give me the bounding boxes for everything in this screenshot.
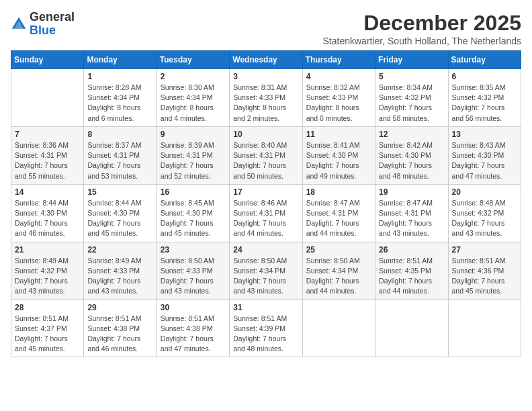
month-title: December 2025 xyxy=(323,11,521,36)
calendar-cell: 3Sunrise: 8:31 AMSunset: 4:33 PMDaylight… xyxy=(230,69,302,127)
logo-blue: Blue xyxy=(30,24,56,37)
calendar-cell: 31Sunrise: 8:51 AMSunset: 4:39 PMDayligh… xyxy=(230,300,302,357)
day-info: Sunrise: 8:47 AMSunset: 4:31 PMDaylight:… xyxy=(379,198,444,239)
calendar-cell: 10Sunrise: 8:40 AMSunset: 4:31 PMDayligh… xyxy=(230,126,302,184)
calendar-cell: 12Sunrise: 8:42 AMSunset: 4:30 PMDayligh… xyxy=(375,126,448,184)
calendar-header-row: SundayMondayTuesdayWednesdayThursdayFrid… xyxy=(11,51,521,69)
day-info: Sunrise: 8:37 AMSunset: 4:31 PMDaylight:… xyxy=(87,140,152,181)
calendar-cell: 13Sunrise: 8:43 AMSunset: 4:30 PMDayligh… xyxy=(448,126,521,184)
day-header-friday: Friday xyxy=(375,51,448,69)
day-number: 28 xyxy=(15,303,80,312)
calendar-cell: 7Sunrise: 8:36 AMSunset: 4:31 PMDaylight… xyxy=(11,126,84,184)
day-number: 12 xyxy=(379,130,444,139)
day-number: 25 xyxy=(306,245,371,255)
day-info: Sunrise: 8:50 AMSunset: 4:34 PMDaylight:… xyxy=(233,256,298,297)
calendar-cell: 28Sunrise: 8:51 AMSunset: 4:37 PMDayligh… xyxy=(11,300,84,357)
day-info: Sunrise: 8:44 AMSunset: 4:30 PMDaylight:… xyxy=(15,198,80,239)
day-info: Sunrise: 8:48 AMSunset: 4:32 PMDaylight:… xyxy=(452,198,517,239)
day-info: Sunrise: 8:41 AMSunset: 4:30 PMDaylight:… xyxy=(306,140,371,181)
day-info: Sunrise: 8:51 AMSunset: 4:39 PMDaylight:… xyxy=(233,314,298,355)
calendar-cell: 9Sunrise: 8:39 AMSunset: 4:31 PMDaylight… xyxy=(157,126,229,184)
day-info: Sunrise: 8:50 AMSunset: 4:33 PMDaylight:… xyxy=(161,256,226,297)
day-number: 2 xyxy=(161,72,226,81)
day-number: 30 xyxy=(161,303,226,312)
day-number: 15 xyxy=(87,187,152,197)
calendar-cell xyxy=(375,300,448,357)
day-info: Sunrise: 8:45 AMSunset: 4:30 PMDaylight:… xyxy=(161,198,226,239)
calendar-cell: 14Sunrise: 8:44 AMSunset: 4:30 PMDayligh… xyxy=(11,184,84,242)
day-info: Sunrise: 8:51 AMSunset: 4:35 PMDaylight:… xyxy=(379,256,444,297)
calendar-cell: 1Sunrise: 8:28 AMSunset: 4:34 PMDaylight… xyxy=(84,69,157,127)
day-info: Sunrise: 8:43 AMSunset: 4:30 PMDaylight:… xyxy=(452,140,517,181)
day-number: 20 xyxy=(452,187,517,197)
day-info: Sunrise: 8:40 AMSunset: 4:31 PMDaylight:… xyxy=(233,140,298,181)
day-number: 22 xyxy=(87,245,152,255)
day-number: 29 xyxy=(87,303,152,312)
calendar-cell: 11Sunrise: 8:41 AMSunset: 4:30 PMDayligh… xyxy=(302,126,375,184)
calendar-week-row: 14Sunrise: 8:44 AMSunset: 4:30 PMDayligh… xyxy=(11,184,521,242)
day-number: 7 xyxy=(15,130,80,139)
calendar-cell: 19Sunrise: 8:47 AMSunset: 4:31 PMDayligh… xyxy=(375,184,448,242)
day-number: 23 xyxy=(161,245,226,255)
calendar-cell: 15Sunrise: 8:44 AMSunset: 4:30 PMDayligh… xyxy=(84,184,157,242)
day-header-tuesday: Tuesday xyxy=(157,51,229,69)
calendar-cell: 16Sunrise: 8:45 AMSunset: 4:30 PMDayligh… xyxy=(157,184,229,242)
calendar-cell: 18Sunrise: 8:47 AMSunset: 4:31 PMDayligh… xyxy=(302,184,375,242)
calendar-cell: 27Sunrise: 8:51 AMSunset: 4:36 PMDayligh… xyxy=(448,242,521,300)
day-info: Sunrise: 8:47 AMSunset: 4:31 PMDaylight:… xyxy=(306,198,371,239)
calendar-table: SundayMondayTuesdayWednesdayThursdayFrid… xyxy=(11,50,521,357)
day-number: 4 xyxy=(306,72,371,81)
day-number: 13 xyxy=(452,130,517,139)
day-info: Sunrise: 8:44 AMSunset: 4:30 PMDaylight:… xyxy=(87,198,152,239)
calendar-cell: 5Sunrise: 8:34 AMSunset: 4:32 PMDaylight… xyxy=(375,69,448,127)
calendar-cell xyxy=(448,300,521,357)
day-info: Sunrise: 8:51 AMSunset: 4:36 PMDaylight:… xyxy=(452,256,517,297)
day-info: Sunrise: 8:35 AMSunset: 4:32 PMDaylight:… xyxy=(452,83,517,124)
day-info: Sunrise: 8:49 AMSunset: 4:33 PMDaylight:… xyxy=(87,256,152,297)
day-header-wednesday: Wednesday xyxy=(230,51,302,69)
day-info: Sunrise: 8:46 AMSunset: 4:31 PMDaylight:… xyxy=(233,198,298,239)
day-number: 10 xyxy=(233,130,298,139)
day-number: 19 xyxy=(379,187,444,197)
calendar-cell: 23Sunrise: 8:50 AMSunset: 4:33 PMDayligh… xyxy=(157,242,229,300)
logo-text: General Blue xyxy=(30,11,75,38)
calendar-week-row: 21Sunrise: 8:49 AMSunset: 4:32 PMDayligh… xyxy=(11,242,521,300)
calendar-week-row: 1Sunrise: 8:28 AMSunset: 4:34 PMDaylight… xyxy=(11,69,521,127)
day-number: 16 xyxy=(161,187,226,197)
day-header-saturday: Saturday xyxy=(448,51,521,69)
calendar-cell: 2Sunrise: 8:30 AMSunset: 4:34 PMDaylight… xyxy=(157,69,229,127)
day-number: 18 xyxy=(306,187,371,197)
day-number: 9 xyxy=(161,130,226,139)
calendar-cell: 21Sunrise: 8:49 AMSunset: 4:32 PMDayligh… xyxy=(11,242,84,300)
calendar-cell xyxy=(11,69,84,127)
day-info: Sunrise: 8:49 AMSunset: 4:32 PMDaylight:… xyxy=(15,256,80,297)
calendar-cell: 20Sunrise: 8:48 AMSunset: 4:32 PMDayligh… xyxy=(448,184,521,242)
day-number: 27 xyxy=(452,245,517,255)
calendar-cell xyxy=(302,300,375,357)
calendar-cell: 26Sunrise: 8:51 AMSunset: 4:35 PMDayligh… xyxy=(375,242,448,300)
day-info: Sunrise: 8:36 AMSunset: 4:31 PMDaylight:… xyxy=(15,140,80,181)
day-info: Sunrise: 8:28 AMSunset: 4:34 PMDaylight:… xyxy=(87,83,152,124)
day-info: Sunrise: 8:39 AMSunset: 4:31 PMDaylight:… xyxy=(161,140,226,181)
day-number: 26 xyxy=(379,245,444,255)
calendar-cell: 22Sunrise: 8:49 AMSunset: 4:33 PMDayligh… xyxy=(84,242,157,300)
day-number: 24 xyxy=(233,245,298,255)
day-number: 5 xyxy=(379,72,444,81)
calendar-cell: 17Sunrise: 8:46 AMSunset: 4:31 PMDayligh… xyxy=(230,184,302,242)
day-number: 11 xyxy=(306,130,371,139)
title-block: December 2025 Statenkwartier, South Holl… xyxy=(323,11,521,46)
day-number: 14 xyxy=(15,187,80,197)
location-subtitle: Statenkwartier, South Holland, The Nethe… xyxy=(323,36,521,46)
calendar-week-row: 28Sunrise: 8:51 AMSunset: 4:37 PMDayligh… xyxy=(11,300,521,357)
day-number: 21 xyxy=(15,245,80,255)
day-number: 6 xyxy=(452,72,517,81)
calendar-cell: 24Sunrise: 8:50 AMSunset: 4:34 PMDayligh… xyxy=(230,242,302,300)
day-number: 8 xyxy=(87,130,152,139)
day-info: Sunrise: 8:32 AMSunset: 4:33 PMDaylight:… xyxy=(306,83,371,124)
day-info: Sunrise: 8:42 AMSunset: 4:30 PMDaylight:… xyxy=(379,140,444,181)
calendar-cell: 8Sunrise: 8:37 AMSunset: 4:31 PMDaylight… xyxy=(84,126,157,184)
logo-general: General xyxy=(30,10,75,24)
day-info: Sunrise: 8:51 AMSunset: 4:38 PMDaylight:… xyxy=(161,314,226,355)
day-header-sunday: Sunday xyxy=(11,51,84,69)
calendar-cell: 30Sunrise: 8:51 AMSunset: 4:38 PMDayligh… xyxy=(157,300,229,357)
